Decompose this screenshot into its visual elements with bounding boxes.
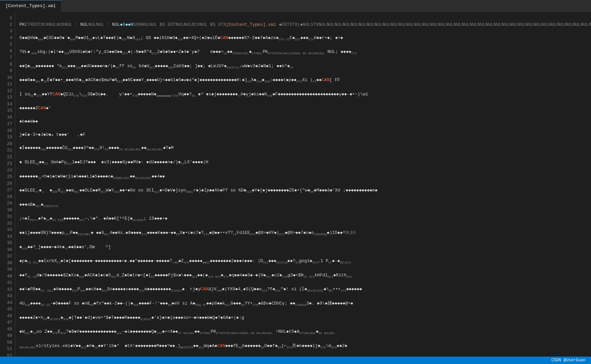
status-bar: CSDN @UserGuan [0, 357, 591, 364]
line-num-15: 15 [4, 107, 12, 114]
line-num-33: 33 [4, 226, 12, 233]
line-num-9: 9 [4, 68, 12, 74]
line-num-42: 42 [4, 286, 12, 293]
line-num-25: 25 [4, 174, 12, 180]
line-num-28: 28 [4, 194, 12, 200]
code-line-12: ◆◆◆◆◆◆◆SO+h◆i◆t◆H◆c}i◆¼◆◆◆Li◆5◆◆◆◆o◆ENQN… [19, 173, 587, 181]
line-num-23: 23 [4, 160, 12, 167]
code-line-23: ◆WESC◆USso Z◆◆SYNENAK?◆$◆V◆◆◆◆◆◆◆◆◆◆◆◆◆◆… [19, 328, 587, 336]
code-line-11: ◆ DLEENQ◆◆FS 3m#◆PyDC11◆◆EJ?◆◆◆ ◆v3|◆◆◆◆… [19, 159, 587, 166]
code-line-17: ◆ACK◆◆?_]◆◆◆◆=◆4k◆VT◆◆&◆◆α',Dæ ^] [19, 244, 587, 251]
code-line-16: ◆◆i]◆◆◆◆ÜN}?◆◆◆◆pSTXP◆◆ESC4BEL◆ ◆◆SNUL4◆… [19, 230, 587, 237]
line-numbers: 1 2 3 4 5 6 7 8 9 10 11 12 13 14 15 16 1… [0, 12, 15, 357]
line-num-48: 48 [4, 326, 12, 333]
code-line-3: ?9L◆₃NAKsbg↓|◆l!◆◆SUBUSh9i◆b◆r:"y_d1◆◆D◆… [19, 49, 587, 56]
code-line-22: ◆◆◆◆◆Z◆•hEM◆DC1DC4◆NAK◆[T◆◆'◆d}◆vm•*$◆T◆… [19, 314, 587, 322]
line-num-35: 35 [4, 240, 12, 247]
line-num-31: 31 [4, 213, 12, 220]
code-line-15: ;=◆IEOT_◆f◆EM◆GS ETB◆◆◆◆◆◆DC1~,\◆". ◆A◆◆… [19, 215, 587, 223]
status-credit: CSDN @UserGuan [549, 357, 588, 363]
line-num-36: 36 [4, 247, 12, 253]
line-num-5: 5 [4, 41, 12, 48]
line-num-34: 34 [4, 233, 12, 240]
line-num-38: 38 [4, 260, 12, 267]
line-num-49: 49 [4, 332, 12, 339]
line-num-12: 12 [4, 88, 12, 94]
line-num-22: 22 [4, 154, 12, 161]
line-num-51: 51 [4, 346, 12, 352]
line-num-1: 1 [4, 15, 12, 21]
tab-label: [Content_Types].xml [5, 3, 56, 10]
code-line-2: 6◆◆@#W◆NAK◆ESC◆◆9◆`◆NAKM◆◆U1EM◆vL◆T◆◆◆E)… [19, 35, 587, 42]
line-num-40: 40 [4, 273, 12, 280]
code-line-13: ◆◆DLEEOT◆_ ◆SOHVDC1◆◆œBEL◆◆DLE◆◆MDC3W◆YD… [19, 187, 587, 195]
code-line-18: ◆p◆FS DC1◆◆IxrbXFS◆t◆[◆◆◆◆◆◆◆◆~◆◆◆◆◆◆◆◆◆… [19, 258, 587, 265]
line-num-43: 43 [4, 293, 12, 299]
line-num-47: 47 [4, 319, 12, 326]
code-line-6: I soRS◆STX◆◆YfCAN◆Q2JzETB\ESC3$◆Sη◆◆. y!… [19, 91, 587, 98]
code-line-9: j◆E◆-3>◆J◆U◆⁎ t◆◆◆' ,◆F [19, 131, 587, 138]
code-line-20: ◆◆\◆PB◆◆US |DC1◆H◆◆◆◆◆ESCPSOH◆◆cH◆◆DC4Sn… [19, 286, 587, 293]
line-num-50: 50 [4, 339, 12, 346]
line-num-20: 20 [4, 141, 12, 147]
code-line-8: ◆b◆◆W◆◆ [19, 118, 587, 125]
editor-container: [Content_Types].xml 1 2 3 4 5 6 7 8 9 10… [0, 0, 591, 364]
line-num-21: 21 [4, 147, 12, 154]
line-num-19: 19 [4, 134, 12, 141]
code-line-4: ◆◆Q◆SYN◆◆◆◆◆◆◆ *kDC4◆◆◆CAN◆◆dU◆◆◆◆n◆/)◆F… [19, 63, 587, 70]
line-num-44: 44 [4, 299, 12, 306]
line-num-16: 16 [4, 114, 12, 121]
line-num-18: 18 [4, 127, 12, 134]
code-content[interactable]: PKETXEOTDC4NULACKNUL ! NULNULNUL ! NUL◆S… [15, 12, 591, 357]
code-line-24: NULNULNULxl/styles.xml◆V◆◆DLE◆#◆SO◆◆Y'iS… [19, 343, 587, 350]
line-num-10: 10 [4, 74, 12, 81]
code-line-21: 4USUB◆◆◆◆BS US-◆6◆◆◆◆F so ◆n&EM◆fx"◆◆k-2… [19, 300, 587, 308]
line-num-6: 6 [4, 48, 12, 55]
line-num-30: 30 [4, 207, 12, 214]
line-num-39: 39 [4, 266, 12, 273]
line-num-14: 14 [4, 101, 12, 108]
line-num-17: 17 [4, 121, 12, 127]
line-num-4: 4 [4, 35, 12, 41]
line-num-3: 3 [4, 28, 12, 35]
code-area: 1 2 3 4 5 6 7 8 9 10 11 12 13 14 15 16 1… [0, 12, 591, 357]
code-line-14: ◆◆◆aB◆DC3◆SUBSCSYN [19, 201, 587, 209]
line-num-37: 37 [4, 253, 12, 260]
line-num-26: 26 [4, 180, 12, 187]
code-line-10: ◆Ī◆◆◆◆◆◆SOR◆◆◆◆◆◆ĈUDC3◆◆◆◆2^◆◆STX9!RS◆◆◆… [19, 145, 587, 152]
line-num-32: 32 [4, 220, 12, 227]
line-num-41: 41 [4, 279, 12, 286]
line-num-45: 45 [4, 306, 12, 313]
line-num-29: 29 [4, 200, 12, 207]
line-num-13: 13 [4, 94, 12, 101]
code-line-1: PKETXEOTDC4NULACKNUL ! NULNULNUL ! NUL◆S… [19, 21, 587, 28]
code-line-19: ◆◆fBS USd◆/6◆◆◆◆◆◆$Z◆Xz◆NAK◆ACK◆1◆c◆5NUL… [19, 272, 587, 279]
code-line-5: ◆◆◆B◆◆NUL◆USĒ◆f◆◆•_◆◆◆H6◆BS◆ACK◆s$mw?◆ND… [19, 77, 587, 84]
line-num-52: 52 [4, 352, 12, 357]
line-num-11: 11 [4, 81, 12, 88]
tab-content-types[interactable]: [Content_Types].xml [0, 0, 61, 12]
line-num-7: 7 [4, 54, 12, 61]
line-num-46: 46 [4, 313, 12, 320]
line-num-24: 24 [4, 167, 12, 174]
line-num-27: 27 [4, 187, 12, 194]
tab-bar: [Content_Types].xml [0, 0, 591, 12]
line-num-2: 2 [4, 21, 12, 28]
line-num-8: 8 [4, 61, 12, 68]
code-line-7: ◆◆◆◆◆◆2CAN◆' [19, 105, 587, 112]
